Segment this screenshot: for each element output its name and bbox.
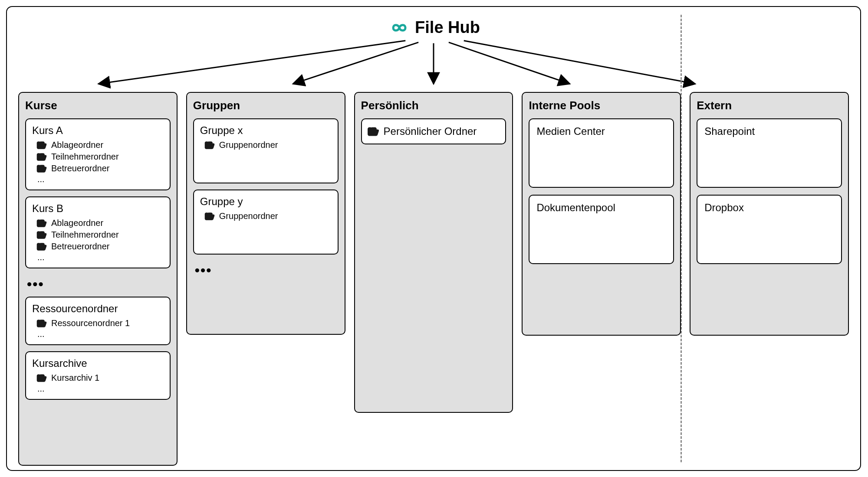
folder-label: Ablageordner xyxy=(51,140,103,150)
card-title: Gruppe x xyxy=(200,124,332,137)
columns-container: Kurse Kurs A Ablageordner Teilnehmerordn… xyxy=(18,92,849,466)
card-medien-center: Medien Center xyxy=(529,118,674,188)
svg-line-1 xyxy=(293,42,418,84)
folder-label: Gruppenordner xyxy=(219,211,278,221)
card-title: Ressourcenordner xyxy=(32,303,164,315)
card-title: Medien Center xyxy=(536,125,666,137)
more-ellipsis: ... xyxy=(32,384,164,394)
folder-label: Teilnehmerordner xyxy=(51,152,119,162)
folder-label: Teilnehmerordner xyxy=(51,230,119,240)
more-ellipsis: ... xyxy=(32,329,164,339)
column-kurse: Kurse Kurs A Ablageordner Teilnehmerordn… xyxy=(18,92,178,466)
folder-open-icon xyxy=(36,219,47,228)
folder-label: Gruppenordner xyxy=(219,140,278,150)
more-ellipsis: ... xyxy=(32,174,164,184)
folder-row: Gruppenordner xyxy=(200,210,332,222)
card-sharepoint: Sharepoint xyxy=(697,118,842,188)
infinity-icon xyxy=(387,19,411,36)
folder-row: Ressourcenordner 1 xyxy=(32,317,164,329)
folder-open-icon xyxy=(36,153,47,161)
folder-label: Ressourcenordner 1 xyxy=(51,318,130,328)
folder-open-icon xyxy=(36,374,47,382)
folder-open-icon xyxy=(36,164,47,173)
folder-row: Teilnehmerordner xyxy=(32,229,164,241)
column-title-extern: Extern xyxy=(697,99,842,112)
column-persoenlich: Persönlich Persönlicher Ordner xyxy=(354,92,513,413)
card-dokumentenpool: Dokumentenpool xyxy=(529,195,674,264)
card-title: Kurs A xyxy=(32,124,164,137)
header-title: File Hub xyxy=(415,18,480,37)
card-kursarchive: Kursarchive Kursarchiv 1 ... xyxy=(25,351,171,400)
folder-row: Betreuerordner xyxy=(32,163,164,174)
folder-open-icon xyxy=(204,141,215,150)
card-title: Sharepoint xyxy=(704,125,834,137)
folder-open-icon xyxy=(36,242,47,251)
card-title: Kursarchive xyxy=(32,357,164,369)
card-title: Gruppe y xyxy=(200,196,332,208)
folder-open-icon xyxy=(36,319,47,328)
folder-label: Kursarchiv 1 xyxy=(51,373,99,383)
card-dropbox: Dropbox xyxy=(697,195,842,264)
column-gruppen: Gruppen Gruppe x Gruppenordner Gruppe y … xyxy=(186,92,345,335)
folder-label: Betreuerordner xyxy=(51,242,110,252)
folder-open-icon xyxy=(36,231,47,239)
card-ressourcen: Ressourcenordner Ressourcenordner 1 ... xyxy=(25,297,171,345)
svg-line-4 xyxy=(464,41,695,84)
card-kurs-a: Kurs A Ablageordner Teilnehmerordner Bet… xyxy=(25,118,171,190)
folder-row: Kursarchiv 1 xyxy=(32,372,164,384)
card-gruppe-x: Gruppe x Gruppenordner xyxy=(193,118,339,183)
column-title-gruppen: Gruppen xyxy=(193,99,339,112)
column-interne-pools: Interne Pools Medien Center Dokumentenpo… xyxy=(522,92,681,336)
card-title: Kurs B xyxy=(32,203,164,215)
diagram-frame: File Hub Kurse Kurs A Ablageordner xyxy=(6,6,861,471)
more-ellipsis: ... xyxy=(32,252,164,262)
column-ellipsis: ••• xyxy=(193,261,339,283)
folder-row: Betreuerordner xyxy=(32,241,164,252)
folder-label: Betreuerordner xyxy=(51,163,110,173)
folder-open-icon xyxy=(204,212,215,221)
folder-label: Persönlicher Ordner xyxy=(384,125,477,137)
svg-line-3 xyxy=(449,42,570,84)
card-kurs-b: Kurs B Ablageordner Teilnehmerordner Bet… xyxy=(25,196,171,268)
svg-line-0 xyxy=(99,41,405,84)
folder-label: Ablageordner xyxy=(51,218,103,228)
column-title-persoenlich: Persönlich xyxy=(361,99,506,112)
folder-open-icon xyxy=(36,141,47,150)
header: File Hub xyxy=(387,18,480,37)
column-title-intern: Interne Pools xyxy=(529,99,674,112)
column-ellipsis: ••• xyxy=(25,274,171,297)
column-title-kurse: Kurse xyxy=(25,99,171,112)
column-extern: Extern Sharepoint Dropbox xyxy=(690,92,849,336)
card-title: Dokumentenpool xyxy=(536,202,666,214)
folder-row: Ablageordner xyxy=(32,217,164,229)
folder-open-icon xyxy=(367,127,379,137)
folder-row: Gruppenordner xyxy=(200,139,332,151)
card-title: Dropbox xyxy=(704,202,834,214)
folder-row: Teilnehmerordner xyxy=(32,151,164,163)
card-persoenlicher-ordner: Persönlicher Ordner xyxy=(361,118,506,144)
folder-row: Ablageordner xyxy=(32,139,164,151)
card-gruppe-y: Gruppe y Gruppenordner xyxy=(193,189,339,255)
